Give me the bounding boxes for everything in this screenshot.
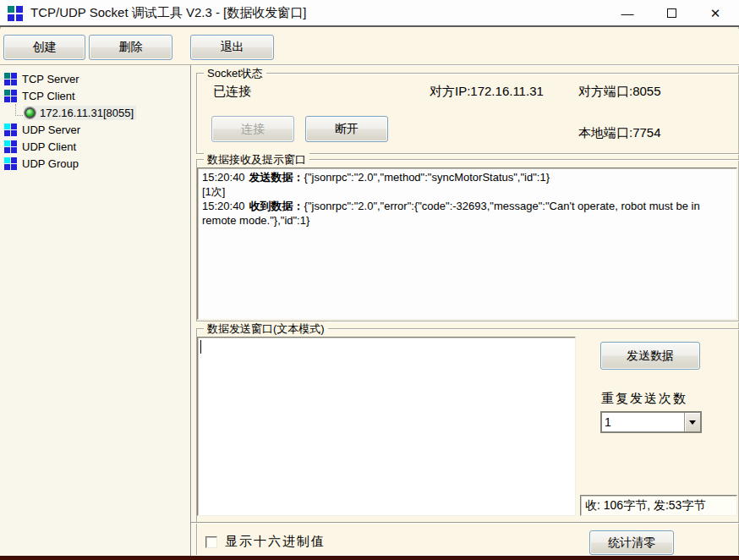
app-icon [8, 6, 23, 21]
log-body: [1次] [202, 185, 225, 198]
log-time: 15:20:40 [202, 171, 245, 184]
tree-item-udp-server[interactable]: UDP Server [4, 121, 80, 138]
udp-node-icon [4, 157, 17, 170]
log-line: [1次] [202, 184, 732, 199]
log-line: 15:20:40收到数据：{"jsonrpc":"2.0","error":{"… [202, 199, 732, 228]
chevron-down-icon [689, 420, 696, 425]
connect-button: 连接 [211, 116, 294, 142]
log-time: 15:20:40 [202, 200, 245, 212]
tree-item-tcp-server[interactable]: TCP Server [4, 70, 79, 87]
socket-status-group-title: Socket状态 [204, 66, 266, 81]
delete-button[interactable]: 删除 [89, 35, 172, 60]
send-input[interactable] [197, 337, 576, 516]
title-bar: TCP/UDP Socket 调试工具 V2.3 - [数据收发窗口] — ✕ [0, 0, 739, 27]
app-icon-square [8, 6, 14, 13]
minimize-icon: — [621, 6, 634, 20]
window-title: TCP/UDP Socket 调试工具 V2.3 - [数据收发窗口] [30, 0, 306, 25]
udp-node-icon [4, 140, 17, 153]
repeat-count-value: 1 [602, 413, 684, 431]
app-icon-square [16, 14, 23, 21]
create-button[interactable]: 创建 [3, 35, 85, 60]
tree-item-connection[interactable]: 172.16.11.31[8055] [15, 104, 136, 121]
exit-button[interactable]: 退出 [190, 35, 274, 60]
tree-item-label: TCP Client [22, 90, 75, 102]
tcp-node-icon [4, 90, 17, 102]
send-group-title: 数据发送窗口(文本模式) [204, 321, 328, 337]
tree-item-udp-client[interactable]: UDP Client [4, 138, 76, 155]
connection-tree: TCP Server TCP Client 172.16.11.31[8055]… [0, 65, 191, 556]
log-body: {"jsonrpc":"2.0","method":"syncMotorStat… [304, 171, 550, 184]
log-direction-label: 收到数据： [249, 200, 304, 212]
tree-item-tcp-client[interactable]: TCP Client [4, 87, 75, 104]
maximize-button[interactable] [651, 0, 692, 26]
disconnect-button[interactable]: 断开 [305, 116, 388, 142]
connection-state-label: 已连接 [213, 84, 251, 100]
text-caret [200, 340, 201, 354]
local-port-label: 本地端口:7754 [578, 125, 661, 141]
tree-item-label: 172.16.11.31[8055] [40, 107, 134, 119]
tree-item-label: UDP Client [22, 140, 76, 153]
tree-item-label: UDP Server [22, 124, 80, 136]
receive-group-title: 数据接收及提示窗口 [204, 152, 309, 167]
tree-item-udp-group[interactable]: UDP Group [4, 155, 79, 172]
log-line: 15:20:40发送数据：{"jsonrpc":"2.0","method":"… [202, 170, 732, 184]
log-direction-label: 发送数据： [249, 171, 304, 184]
repeat-count-combobox[interactable]: 1 [600, 411, 702, 433]
tree-item-label: UDP Group [22, 157, 79, 170]
app-icon-square [8, 14, 14, 21]
close-button[interactable]: ✕ [695, 0, 736, 26]
maximize-icon [667, 8, 676, 18]
minimize-button[interactable]: — [607, 0, 648, 26]
hex-display-label: 显示十六进制值 [225, 534, 326, 550]
repeat-count-label: 重复发送次数 [601, 391, 687, 407]
reset-stats-button[interactable]: 统计清零 [589, 530, 674, 555]
hex-display-checkbox[interactable] [205, 536, 217, 548]
peer-port-label: 对方端口:8055 [578, 84, 661, 100]
tree-connector [15, 104, 23, 116]
tree-item-label: TCP Server [22, 73, 79, 85]
connection-icon [25, 107, 36, 118]
receive-log[interactable]: 15:20:40发送数据：{"jsonrpc":"2.0","method":"… [197, 167, 737, 320]
send-data-button[interactable]: 发送数据 [600, 342, 700, 370]
tree-selection: 172.16.11.31[8055] [24, 106, 136, 120]
app-icon-square [16, 6, 23, 13]
byte-counter: 收: 106字节, 发:53字节 [580, 495, 737, 516]
byte-counter-text: 收: 106字节, 发:53字节 [585, 498, 705, 512]
divider [191, 522, 739, 524]
udp-node-icon [4, 124, 17, 136]
combobox-dropdown-button[interactable] [684, 413, 700, 431]
peer-ip-label: 对方IP:172.16.11.31 [430, 84, 544, 100]
window-bottom-edge [0, 556, 739, 560]
close-icon: ✕ [710, 6, 721, 21]
tcp-node-icon [4, 73, 17, 85]
app-window: TCP/UDP Socket 调试工具 V2.3 - [数据收发窗口] — ✕ … [0, 0, 739, 560]
